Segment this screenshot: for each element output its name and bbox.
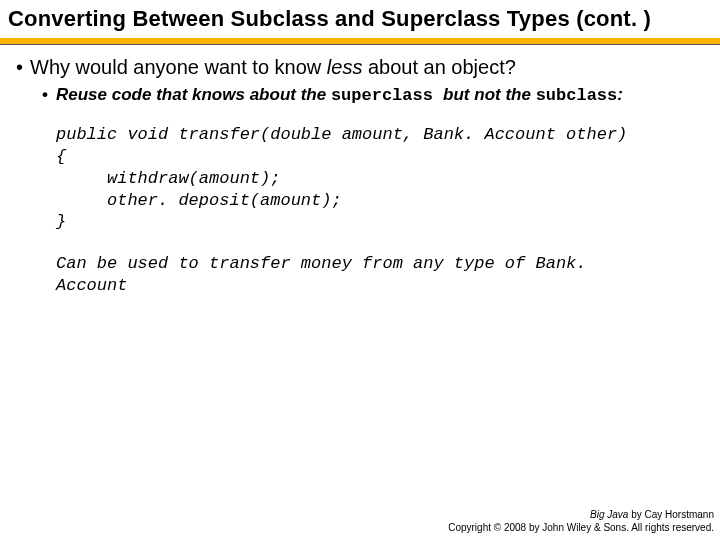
code-note: Can be used to transfer money from any t… — [56, 253, 656, 297]
footer-book: Big Java — [590, 509, 628, 520]
bullet2-mono1: superclass — [331, 86, 443, 105]
code-block: public void transfer(double amount, Bank… — [56, 124, 704, 233]
bullet2-pre: Reuse code that knows about the — [56, 85, 331, 104]
footer-copyright: Copyright © 2008 by John Wiley & Sons. A… — [448, 522, 714, 535]
bullet1-post: about an object? — [362, 56, 515, 78]
bullet2-text: Reuse code that knows about the supercla… — [56, 84, 704, 106]
bullet2-dot: • — [42, 84, 56, 106]
slide-footer: Big Java by Cay Horstmann Copyright © 20… — [448, 509, 714, 534]
bullet1-pre: Why would anyone want to know — [30, 56, 327, 78]
footer-author: by Cay Horstmann — [628, 509, 714, 520]
slide-header: Converting Between Subclass and Supercla… — [0, 0, 720, 45]
bullet1-dot: • — [16, 55, 30, 80]
bullet-level1: • Why would anyone want to know less abo… — [16, 55, 704, 80]
slide-title: Converting Between Subclass and Supercla… — [0, 0, 720, 36]
bullet-level2: • Reuse code that knows about the superc… — [42, 84, 704, 106]
bullet2-mid: but not the — [443, 85, 536, 104]
bullet2-mono2: subclass — [536, 86, 618, 105]
bullet1-text: Why would anyone want to know less about… — [30, 55, 704, 80]
footer-line1: Big Java by Cay Horstmann — [448, 509, 714, 522]
slide-body: • Why would anyone want to know less abo… — [0, 45, 720, 297]
bullet2-post: : — [617, 85, 623, 104]
bullet1-em: less — [327, 56, 363, 78]
